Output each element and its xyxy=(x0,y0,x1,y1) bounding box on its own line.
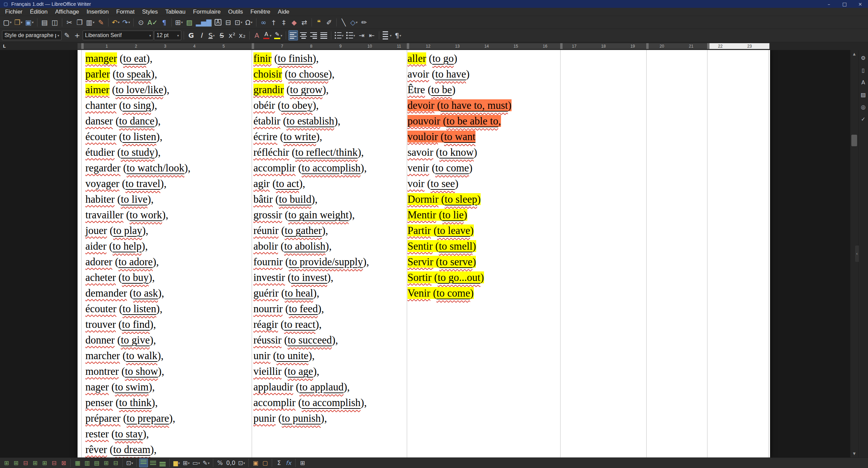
menu-styles[interactable]: Styles xyxy=(138,8,162,16)
close-button[interactable]: × xyxy=(852,0,868,8)
verb-entry[interactable]: voir (to see) xyxy=(407,176,512,191)
verb-entry[interactable]: regarder (to watch/look), xyxy=(85,160,190,176)
verb-entry[interactable]: aller (to go) xyxy=(407,51,512,66)
menu-outils[interactable]: Outils xyxy=(224,8,247,16)
verb-entry[interactable]: abolir (to abolish), xyxy=(253,238,369,254)
align-bottom-button[interactable] xyxy=(158,458,167,467)
insert-table-button[interactable]: ⊞▾ xyxy=(174,17,184,28)
insert-line-button[interactable]: ╲ xyxy=(339,17,349,28)
verb-entry[interactable]: bâtir (to build), xyxy=(253,191,369,207)
delete-column-button[interactable]: ⊟ xyxy=(50,458,59,467)
chevron-down-icon[interactable]: ▾ xyxy=(353,34,355,37)
verb-entry[interactable]: vieillir (to age), xyxy=(253,364,369,379)
verb-entry[interactable]: réunir (to gather), xyxy=(253,223,369,238)
verb-entry[interactable]: aimer (to love/like), xyxy=(85,82,190,98)
chevron-down-icon[interactable]: ▾ xyxy=(251,20,252,24)
chevron-down-icon[interactable]: ▾ xyxy=(149,34,151,37)
select-row-button[interactable]: ▤ xyxy=(92,458,101,467)
border-color-button[interactable]: ✎▾ xyxy=(202,458,211,467)
chevron-down-icon[interactable]: ▾ xyxy=(188,461,190,465)
insert-row-below-button[interactable]: ⊞ xyxy=(12,458,20,467)
sidebar-tab-gallery[interactable]: ▨ xyxy=(859,90,868,99)
verb-entry[interactable]: acheter (to buy), xyxy=(85,270,190,285)
insert-column-right-button[interactable]: ⊞ xyxy=(40,458,49,467)
insert-image-button[interactable]: ▨ xyxy=(185,17,194,28)
basic-shapes-button[interactable]: ◇▾ xyxy=(349,17,359,28)
insert-cross-reference-button[interactable]: ⇄ xyxy=(300,17,309,28)
copy-button[interactable]: ❐ xyxy=(75,17,84,28)
clear-direct-formatting-button[interactable]: A xyxy=(252,30,262,40)
line-spacing-button[interactable]: ▾ xyxy=(382,30,393,40)
unprotect-cells-button[interactable]: ▢ xyxy=(261,458,269,467)
sidebar-tab-styles[interactable]: A xyxy=(859,78,868,87)
verb-entry[interactable]: pouvoir (to be able to, xyxy=(407,113,512,129)
chevron-down-icon[interactable]: ▾ xyxy=(241,20,243,24)
insert-text-box-button[interactable]: A xyxy=(213,17,223,28)
borders-button[interactable]: ⊞▾ xyxy=(182,458,190,467)
sum-button[interactable]: Σ xyxy=(274,458,283,467)
paragraph-spacing-button[interactable]: ¶▾ xyxy=(393,30,403,40)
undo-button[interactable]: ↶▾ xyxy=(111,17,121,28)
protect-cells-button[interactable]: ▣ xyxy=(251,458,260,467)
verb-entry[interactable]: jouer (to play), xyxy=(85,223,190,238)
redo-button[interactable]: ↷▾ xyxy=(121,17,131,28)
verb-entry[interactable]: montrer (to show), xyxy=(85,364,190,379)
verb-entry[interactable]: avoir (to have) xyxy=(407,66,512,82)
menu-tableau[interactable]: Tableau xyxy=(162,8,189,16)
verb-entry[interactable]: vouloir (to want xyxy=(407,129,512,145)
border-style-button[interactable]: ▭▾ xyxy=(191,458,201,467)
verb-entry[interactable]: parler (to speak), xyxy=(85,66,190,82)
chevron-down-icon[interactable]: ▾ xyxy=(342,34,344,37)
verb-entry[interactable]: penser (to think), xyxy=(85,395,190,411)
verb-entry[interactable]: rester (to stay), xyxy=(85,426,190,442)
verb-entry[interactable]: écouter (to listen), xyxy=(85,301,190,317)
number-format-decimal-button[interactable]: 0,0 xyxy=(225,458,236,467)
ordered-list-button[interactable]: ▾ xyxy=(345,30,356,40)
chevron-down-icon[interactable]: ▾ xyxy=(32,20,34,24)
cell-background-color-button[interactable]: ▆▾ xyxy=(172,458,181,467)
insert-field-button[interactable]: ⊡▾ xyxy=(234,17,244,28)
chevron-down-icon[interactable]: ▾ xyxy=(243,461,245,465)
minimize-button[interactable]: – xyxy=(821,0,837,8)
tab-stop-type-button[interactable]: L xyxy=(1,43,7,49)
table-column-marker[interactable] xyxy=(646,43,649,49)
verb-entry[interactable]: Sentir (to smell) xyxy=(407,238,512,254)
table-column-marker[interactable] xyxy=(252,43,254,49)
verb-entry[interactable]: aider (to help), xyxy=(85,238,190,254)
verb-entry[interactable]: adorer (to adore), xyxy=(85,254,190,270)
verb-entry[interactable]: nourrir (to feed), xyxy=(253,301,369,317)
delete-row-button[interactable]: ⊟ xyxy=(21,458,30,467)
verb-entry[interactable]: venir (to come) xyxy=(407,160,512,176)
verb-entry[interactable]: trouver (to find), xyxy=(85,317,190,332)
chevron-down-icon[interactable]: ▾ xyxy=(93,20,95,24)
table-column-marker[interactable] xyxy=(707,43,710,49)
verb-entry[interactable]: Dormir (to sleep) xyxy=(407,191,512,207)
font-size-combo[interactable]: 12 pt▾ xyxy=(154,31,181,40)
document-page[interactable]: manger (to eat),parler (to speak),aimer … xyxy=(78,50,770,457)
insert-endnote-button[interactable]: ‡ xyxy=(279,17,289,28)
verb-entry[interactable]: guérir (to heal), xyxy=(253,285,369,301)
verb-entry[interactable]: établir (to establish), xyxy=(253,113,369,129)
print-preview-button[interactable]: ◫ xyxy=(50,17,60,28)
chevron-down-icon[interactable]: ▾ xyxy=(10,20,12,24)
align-center-button[interactable] xyxy=(299,30,308,40)
unordered-list-button[interactable]: ▾ xyxy=(334,30,345,40)
center-vertically-button[interactable] xyxy=(149,458,157,467)
subscript-button[interactable]: x₂ xyxy=(237,30,247,40)
align-justify-button[interactable] xyxy=(319,30,329,40)
sidebar-tab-properties[interactable]: ⚙ xyxy=(859,53,868,62)
verb-entry[interactable]: investir (to invest), xyxy=(253,270,369,285)
verb-entry[interactable]: préparer (to prepare), xyxy=(85,411,190,426)
verb-entry[interactable]: fournir (to provide/supply), xyxy=(253,254,369,270)
verb-entry[interactable]: Mentir (to lie) xyxy=(407,207,512,223)
insert-special-character-button[interactable]: Ω▾ xyxy=(244,17,254,28)
sidebar-tab-page[interactable]: ▯ xyxy=(859,66,868,74)
italic-button[interactable]: I xyxy=(197,30,206,40)
strikethrough-button[interactable]: S xyxy=(217,30,227,40)
cut-button[interactable]: ✂ xyxy=(65,17,74,28)
verb-entry[interactable]: accomplir (to accomplish), xyxy=(253,160,369,176)
verb-entry[interactable]: Sortir (to go...out) xyxy=(407,270,512,285)
select-table-button[interactable]: ▦ xyxy=(73,458,82,467)
verb-entry[interactable]: applaudir (to applaud), xyxy=(253,379,369,395)
menu-fichier[interactable]: Fichier xyxy=(1,8,26,16)
